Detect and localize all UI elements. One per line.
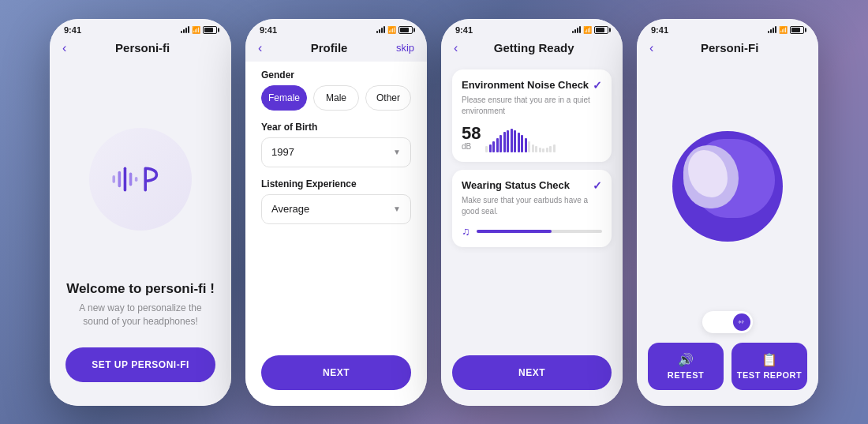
status-bar-3: 9:41 📶	[441, 19, 623, 38]
spacer-3	[452, 255, 612, 347]
noise-meter: 58 dB	[462, 125, 602, 152]
year-select[interactable]: 1997 ▼	[261, 137, 411, 167]
signal-icon-4	[768, 26, 776, 33]
bar-2	[489, 144, 492, 152]
db-value: 58	[462, 123, 481, 143]
wearing-check-icon: ✓	[593, 179, 602, 192]
retest-icon: 🔊	[678, 352, 694, 367]
welcome-subtitle: A new way to personalize the sound of yo…	[65, 302, 215, 328]
noise-check-title: Environment Noise Check	[462, 79, 589, 91]
bar-13	[528, 141, 530, 152]
battery-icon-1	[203, 26, 217, 34]
report-icon: 📋	[761, 352, 778, 367]
nav-title-3: Getting Ready	[458, 41, 610, 54]
skip-button[interactable]: skip	[396, 42, 414, 54]
ready-body: Environment Noise Check ✓ Please ensure …	[441, 62, 623, 406]
svg-rect-1	[118, 171, 122, 186]
test-report-button[interactable]: 📋 TEST REPORT	[731, 343, 807, 390]
battery-icon-2	[398, 26, 413, 34]
screen-result: 🔊 RETEST 📋 TEST REPORT	[637, 62, 818, 406]
signal-icon-3	[572, 26, 581, 33]
screen-welcome: Welcome to personi-fi ! A new way to per…	[50, 62, 231, 406]
exp-field: Listening Experience Average ▼	[261, 178, 411, 224]
next-button-3[interactable]: NEXT	[452, 355, 612, 390]
bar-7	[507, 130, 509, 152]
toggle-area	[637, 311, 818, 333]
bar-6	[503, 132, 506, 152]
exp-value: Average	[271, 203, 309, 215]
toggle-logo-icon	[738, 318, 746, 326]
db-display: 58 dB	[462, 125, 481, 152]
status-icons-1: 📶	[181, 26, 217, 34]
db-unit: dB	[462, 142, 481, 151]
result-actions: 🔊 RETEST 📋 TEST REPORT	[637, 343, 818, 406]
bar-18	[546, 148, 548, 152]
status-time-1: 9:41	[64, 25, 81, 35]
bar-5	[499, 135, 502, 152]
gender-field: Gender Female Male Other	[261, 69, 411, 111]
wearing-progress-fill	[477, 230, 552, 233]
wearing-progress-bar	[477, 230, 603, 233]
wifi-icon-3: 📶	[583, 26, 592, 34]
bar-1	[485, 146, 488, 152]
gender-other[interactable]: Other	[365, 85, 411, 111]
noise-check-card: Environment Noise Check ✓ Please ensure …	[452, 69, 612, 162]
bar-8	[511, 129, 513, 152]
bar-11	[521, 135, 523, 152]
wearing-check-card: Wearing Status Check ✓ Make sure that yo…	[452, 170, 612, 247]
gender-female[interactable]: Female	[261, 85, 307, 111]
noise-bars	[485, 129, 556, 152]
logo-circle	[89, 128, 192, 231]
noise-check-icon: ✓	[593, 79, 602, 92]
nav-title-2: Profile	[262, 41, 396, 54]
status-bar-2: 9:41 📶	[245, 19, 427, 38]
phone-result: 9:41 📶 ‹ Personi-Fi	[637, 19, 818, 406]
status-time-3: 9:41	[455, 25, 473, 35]
logo-area	[89, 77, 192, 281]
bar-15	[535, 146, 537, 152]
nav-title-1: Personi-fi	[66, 41, 219, 54]
bar-16	[539, 148, 541, 152]
noise-check-header: Environment Noise Check ✓	[462, 79, 602, 92]
setup-button[interactable]: SET UP PERSONI-FI	[65, 347, 215, 382]
toggle-knob	[733, 313, 750, 331]
test-report-label: TEST REPORT	[737, 370, 803, 380]
year-arrow-icon: ▼	[393, 148, 401, 156]
profile-body: Gender Female Male Other Year of Birth 1…	[245, 62, 427, 406]
wifi-icon-4: 📶	[779, 26, 788, 34]
svg-rect-3	[129, 172, 133, 186]
svg-rect-0	[112, 175, 115, 183]
personi-logo-svg	[109, 159, 172, 199]
phone-welcome: 9:41 📶 ‹ Personi-fi	[50, 19, 231, 406]
nav-title-4: Personi-Fi	[653, 41, 806, 54]
bar-20	[553, 144, 556, 152]
gender-label: Gender	[261, 69, 411, 81]
next-button-2[interactable]: NEXT	[261, 355, 411, 390]
nav-bar-1: ‹ Personi-fi	[50, 38, 231, 62]
status-icons-3: 📶	[572, 26, 608, 34]
result-body: 🔊 RETEST 📋 TEST REPORT	[637, 62, 818, 406]
gender-male[interactable]: Male	[313, 85, 359, 111]
year-field: Year of Birth 1997 ▼	[261, 122, 411, 167]
spacer-2	[261, 235, 411, 344]
bar-12	[525, 138, 527, 152]
bar-9	[514, 130, 516, 152]
status-time-4: 9:41	[651, 25, 668, 35]
retest-label: RETEST	[668, 370, 704, 380]
wifi-icon-2: 📶	[387, 26, 396, 34]
wearing-check-header: Wearing Status Check ✓	[462, 179, 602, 192]
exp-select[interactable]: Average ▼	[261, 194, 411, 224]
year-label: Year of Birth	[261, 122, 411, 133]
toggle-switch[interactable]	[702, 311, 753, 333]
bar-4	[496, 138, 499, 152]
music-icon: ♫	[462, 225, 470, 238]
status-bar-1: 9:41 📶	[50, 19, 231, 38]
bar-17	[542, 148, 544, 152]
battery-icon-3	[594, 26, 608, 34]
year-value: 1997	[271, 146, 294, 158]
bar-19	[549, 146, 552, 152]
screen-profile: Gender Female Male Other Year of Birth 1…	[245, 62, 427, 406]
retest-button[interactable]: 🔊 RETEST	[648, 343, 724, 390]
noise-check-desc: Please ensure that you are in a quiet en…	[462, 95, 602, 117]
nav-bar-3: ‹ Getting Ready	[441, 38, 623, 62]
